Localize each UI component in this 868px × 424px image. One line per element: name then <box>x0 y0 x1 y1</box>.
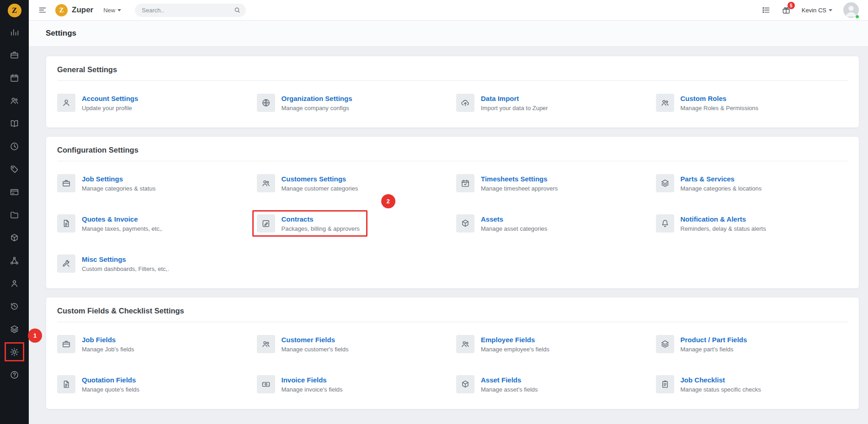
item-text: Customer FieldsManage customer's fields <box>282 335 349 353</box>
sidebar-logo[interactable]: Z <box>0 0 29 21</box>
file-icon <box>57 214 75 233</box>
sidebar-item-jobs[interactable] <box>0 43 29 66</box>
settings-item-data-import[interactable]: Data ImportImport your data to Zuper <box>456 94 649 112</box>
sidebar-item-parts[interactable] <box>0 318 29 340</box>
settings-item-job-fields[interactable]: Job FieldsManage Job's fields <box>57 335 250 353</box>
settings-content: General SettingsAccount SettingsUpdate y… <box>29 47 868 424</box>
settings-item-timesheets-settings[interactable]: Timesheets SettingsManage timesheet appr… <box>456 174 649 192</box>
item-title[interactable]: Quotation Fields <box>82 376 139 384</box>
user-menu[interactable]: Kevin CS <box>802 7 832 14</box>
item-title[interactable]: Job Fields <box>82 336 134 344</box>
settings-icon <box>10 347 19 357</box>
money-icon <box>257 375 275 393</box>
settings-item-job-checklist[interactable]: Job ChecklistManage status specific chec… <box>656 375 848 393</box>
settings-item-invoice-fields[interactable]: Invoice FieldsManage invoice's fields <box>257 375 449 393</box>
person-icon <box>57 94 75 112</box>
avatar[interactable] <box>843 2 859 18</box>
item-subtitle: Manage timesheet approvers <box>481 185 558 192</box>
item-title[interactable]: Asset Fields <box>481 376 538 384</box>
item-title[interactable]: Notification & Alerts <box>681 215 766 223</box>
settings-item-job-settings[interactable]: Job SettingsManage categories & status <box>57 174 250 192</box>
item-title[interactable]: Account Settings <box>82 95 138 102</box>
sidebar-item-analytics[interactable] <box>0 21 29 43</box>
chevron-down-icon <box>117 9 121 11</box>
item-text: Timesheets SettingsManage timesheet appr… <box>481 174 558 192</box>
item-title[interactable]: Customers Settings <box>282 175 358 183</box>
item-title[interactable]: Parts & Services <box>681 175 762 183</box>
settings-item-customers-settings[interactable]: Customers SettingsManage customer catego… <box>257 174 449 192</box>
settings-item-quotes-invoice[interactable]: Quotes & InvoiceManage taxes, payments, … <box>57 214 250 233</box>
sidebar-item-projects[interactable] <box>0 203 29 226</box>
settings-item-asset-fields[interactable]: Asset FieldsManage asset's fields <box>456 375 649 393</box>
settings-item-contracts[interactable]: 2ContractsPackages, billing & approvers <box>257 214 449 233</box>
new-dropdown[interactable]: New <box>103 7 121 14</box>
assets-icon <box>10 233 19 243</box>
item-title[interactable]: Organization Settings <box>282 95 352 102</box>
item-title[interactable]: Timesheets Settings <box>481 175 558 183</box>
item-text: Employee FieldsManage employee's fields <box>481 335 549 353</box>
settings-item-organization-settings[interactable]: Organization SettingsManage company conf… <box>257 94 449 112</box>
item-title[interactable]: Assets <box>481 215 547 223</box>
sidebar-item-help[interactable] <box>0 363 29 386</box>
item-title[interactable]: Employee Fields <box>481 336 549 344</box>
settings-item-parts-services[interactable]: Parts & ServicesManage categories & loca… <box>656 174 848 192</box>
settings-item-account-settings[interactable]: Account SettingsUpdate your profile <box>57 94 250 112</box>
task-list-button[interactable] <box>761 5 771 15</box>
tools-icon <box>57 254 75 273</box>
item-title[interactable]: Invoice Fields <box>282 376 343 384</box>
item-subtitle: Manage categories & status <box>82 185 155 192</box>
menu-toggle-button[interactable] <box>38 5 47 15</box>
sidebar-item-knowledge[interactable] <box>0 112 29 135</box>
sidebar-item-teams[interactable] <box>0 272 29 295</box>
sidebar-item-assets[interactable] <box>0 226 29 249</box>
sidebar-item-time[interactable] <box>0 135 29 158</box>
task-list-icon <box>761 5 771 15</box>
item-title[interactable]: Contracts <box>282 215 360 223</box>
settings-item-notification-alerts[interactable]: Notification & AlertsReminders, delay & … <box>656 214 848 233</box>
settings-item-custom-roles[interactable]: Custom RolesManage Roles & Permissions <box>656 94 848 112</box>
brand-logo-icon[interactable]: Z <box>55 4 68 16</box>
settings-item-misc-settings[interactable]: Misc SettingsCustom dashboards, Filters,… <box>57 254 250 273</box>
item-title[interactable]: Custom Roles <box>681 95 759 102</box>
globe-icon <box>257 94 275 112</box>
section-configuration-settings: Configuration SettingsJob SettingsManage… <box>46 136 859 289</box>
item-title[interactable]: Product / Part Fields <box>681 336 747 344</box>
projects-icon <box>10 210 19 220</box>
sidebar-item-integrations[interactable] <box>0 249 29 272</box>
item-subtitle: Manage Job's fields <box>82 346 134 353</box>
whats-new-button[interactable]: 5 <box>782 5 791 15</box>
settings-item-assets[interactable]: AssetsManage asset categories <box>456 214 649 233</box>
online-status-dot <box>855 15 859 19</box>
settings-item-product-part-fields[interactable]: Product / Part FieldsManage part's field… <box>656 335 848 353</box>
calendar-icon <box>10 73 19 83</box>
jobs-icon <box>10 50 19 60</box>
sidebar-item-tags[interactable] <box>0 158 29 180</box>
page-header: Settings <box>29 21 868 47</box>
item-subtitle: Manage employee's fields <box>481 346 549 353</box>
sidebar-item-customers[interactable] <box>0 89 29 112</box>
brand-name[interactable]: Zuper <box>72 5 93 15</box>
settings-item-customer-fields[interactable]: Customer FieldsManage customer's fields <box>257 335 449 353</box>
sidebar-item-timesheets[interactable] <box>0 295 29 318</box>
item-text: ContractsPackages, billing & approvers <box>282 214 360 232</box>
sidebar-item-settings[interactable] <box>0 340 29 363</box>
sidebar-item-calendar[interactable] <box>0 66 29 89</box>
people-icon <box>257 335 275 353</box>
customers-icon <box>10 96 19 106</box>
item-title[interactable]: Job Settings <box>82 175 155 183</box>
item-title[interactable]: Job Checklist <box>681 376 761 384</box>
search-input[interactable] <box>135 4 246 17</box>
item-text: Job ChecklistManage status specific chec… <box>681 375 761 393</box>
search-icon[interactable] <box>234 6 241 14</box>
sidebar-item-billing[interactable] <box>0 180 29 203</box>
notification-badge: 5 <box>788 2 795 9</box>
item-title[interactable]: Quotes & Invoice <box>82 215 163 223</box>
item-title[interactable]: Misc Settings <box>82 255 169 263</box>
zuper-logo-icon: Z <box>8 4 21 17</box>
item-title[interactable]: Customer Fields <box>282 336 349 344</box>
people-icon <box>257 174 275 192</box>
item-title[interactable]: Data Import <box>481 95 548 102</box>
bell-icon <box>656 214 674 233</box>
settings-item-employee-fields[interactable]: Employee FieldsManage employee's fields <box>456 335 649 353</box>
settings-item-quotation-fields[interactable]: Quotation FieldsManage quote's fields <box>57 375 250 393</box>
